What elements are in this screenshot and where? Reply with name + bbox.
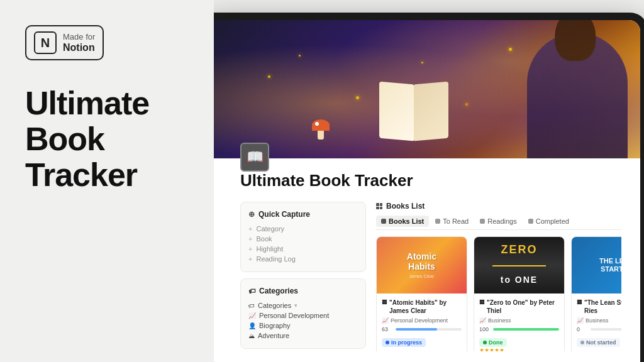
tab-dot-4 <box>528 219 533 224</box>
notion-icon: N <box>34 31 57 54</box>
tag-icon: 🏷 <box>248 287 255 295</box>
main-title: Ultimate Book Tracker <box>25 85 189 194</box>
zero-stars: ★★★★★ <box>479 347 559 351</box>
page-title: Ultimate Book Tracker <box>240 171 621 190</box>
lean-progress-row: 0 <box>577 326 621 332</box>
qc-book-label: Book <box>256 235 272 243</box>
chart-icon-l: 📈 <box>577 317 584 324</box>
tab-readings[interactable]: Readings <box>475 216 521 227</box>
plus-icon-4: + <box>248 255 252 263</box>
books-grid: AtomicHabits James Clear ▦ "Atomic Habit… <box>376 236 621 351</box>
biography-label: Biography <box>259 322 291 329</box>
atomic-status: In progress <box>382 336 462 347</box>
zero-status-label: Done <box>489 339 503 346</box>
plus-icon-1: + <box>248 225 252 233</box>
right-column: Books List Books List To Read <box>376 202 621 351</box>
hero-book-decoration <box>376 83 452 146</box>
made-for-label: Made for <box>63 32 95 42</box>
quick-capture-header: ⊕ Quick Capture <box>248 210 358 219</box>
atomic-progress-row: 63 <box>382 326 462 332</box>
tag-icon-2: 🏷 <box>248 302 255 309</box>
zero-status-badge: Done <box>479 338 507 347</box>
plus-icon-3: + <box>248 245 252 253</box>
book-cover-lean: THE LEANSTARTUP <box>572 237 621 293</box>
content-columns: ⊕ Quick Capture + Category + Book <box>240 202 621 351</box>
zero-title: ▦ "Zero to One" by Peter Thiel <box>479 299 559 315</box>
adventure-label: Adventure <box>258 332 289 339</box>
categories-dropdown-label: Categories <box>258 302 291 309</box>
quick-capture-block: ⊕ Quick Capture + Category + Book <box>240 202 366 272</box>
book-card-atomic[interactable]: AtomicHabits James Clear ▦ "Atomic Habit… <box>376 236 467 351</box>
qc-category[interactable]: + Category <box>248 224 358 234</box>
mountain-icon: ⛰ <box>248 332 255 339</box>
categories-block: 🏷 Categories 🏷 Categories ▾ 📈 Personal D… <box>240 278 366 349</box>
chevron-down-icon: ▾ <box>294 302 297 309</box>
tab-dot-2 <box>435 219 440 224</box>
notion-badge-text: Made for Notion <box>63 32 95 54</box>
tab-dot-3 <box>480 219 485 224</box>
chart-icon: 📈 <box>248 312 256 319</box>
zero-category: 📈 Business <box>479 317 559 324</box>
mushroom-decoration <box>312 119 330 140</box>
page-icon-area: 📖 <box>240 143 269 172</box>
lean-category: 📈 Business <box>577 317 621 324</box>
tab-readings-label: Readings <box>487 217 516 225</box>
categories-label: Categories <box>259 287 298 295</box>
qc-category-label: Category <box>256 225 284 233</box>
lean-status: Not started <box>577 336 621 347</box>
girl-silhouette <box>527 33 628 158</box>
notion-badge: N Made for Notion <box>25 25 104 60</box>
book-card-lean[interactable]: THE LEANSTARTUP ▦ "The Lean St... Eric R… <box>571 236 621 351</box>
qc-reading-log[interactable]: + Reading Log <box>248 254 358 264</box>
atomic-status-badge: In progress <box>382 338 426 347</box>
books-tabs: Books List To Read Readings <box>376 216 621 230</box>
tab-completed-label: Completed <box>536 217 569 225</box>
chart-icon-a: 📈 <box>382 317 389 324</box>
atomic-progress-bar-bg <box>396 328 462 331</box>
zero-status-dot <box>483 341 487 344</box>
tab-dot-1 <box>381 219 386 224</box>
tab-completed[interactable]: Completed <box>523 216 574 227</box>
quick-capture-label: Quick Capture <box>258 210 310 219</box>
zero-progress-fill <box>493 328 559 331</box>
book-icon-1: ▦ <box>382 299 387 306</box>
notion-page-content: Ultimate Book Tracker ⊕ Quick Capture + <box>214 158 640 362</box>
right-panel: 📖 Ultimate Book Tracker ⊕ Quick Capture <box>214 0 644 362</box>
atomic-progress-num: 63 <box>382 326 392 332</box>
biography-item[interactable]: 👤 Biography <box>248 321 358 331</box>
book-card-zero[interactable]: ▦ "Zero to One" by Peter Thiel 📈 Busines… <box>474 236 565 351</box>
qc-highlight-label: Highlight <box>256 245 283 253</box>
categories-dropdown[interactable]: 🏷 Categories ▾ <box>248 300 358 310</box>
atomic-category: 📈 Personal Development <box>382 317 462 324</box>
atomic-status-dot <box>386 341 389 344</box>
lean-status-badge: Not started <box>577 338 620 347</box>
tab-to-read-label: To Read <box>443 217 469 225</box>
main-title-line1: Ultimate <box>25 85 189 121</box>
chart-icon-z: 📈 <box>479 317 486 324</box>
qc-book[interactable]: + Book <box>248 234 358 244</box>
categories-header: 🏷 Categories <box>248 287 358 295</box>
plus-icon-2: + <box>248 235 252 243</box>
left-column: ⊕ Quick Capture + Category + Book <box>240 202 366 351</box>
qc-highlight[interactable]: + Highlight <box>248 244 358 254</box>
plus-circle-icon: ⊕ <box>248 210 255 219</box>
adventure-item[interactable]: ⛰ Adventure <box>248 331 358 341</box>
qc-reading-log-label: Reading Log <box>256 255 295 263</box>
tab-to-read[interactable]: To Read <box>430 216 474 227</box>
zero-progress-num: 100 <box>479 326 489 332</box>
notion-label: Notion <box>63 41 95 53</box>
books-list-header: Books List <box>376 202 621 211</box>
atomic-status-label: In progress <box>391 339 422 346</box>
personal-dev-item[interactable]: 📈 Personal Development <box>248 310 358 321</box>
book-cover-atomic: AtomicHabits James Clear <box>377 237 467 293</box>
lean-progress-num: 0 <box>577 326 587 332</box>
zero-status: Done <box>479 336 559 347</box>
page-icon: 📖 <box>240 143 269 172</box>
hero-image <box>214 20 640 158</box>
lean-cover-title: THE LEANSTARTUP <box>599 257 621 273</box>
tab-books-list[interactable]: Books List <box>376 216 429 227</box>
atomic-cover-title: AtomicHabits <box>407 252 436 272</box>
laptop-screen: 📖 Ultimate Book Tracker ⊕ Quick Capture <box>214 20 640 362</box>
laptop-mockup: 📖 Ultimate Book Tracker ⊕ Quick Capture <box>214 13 644 362</box>
left-panel: N Made for Notion Ultimate Book Tracker <box>0 0 214 362</box>
